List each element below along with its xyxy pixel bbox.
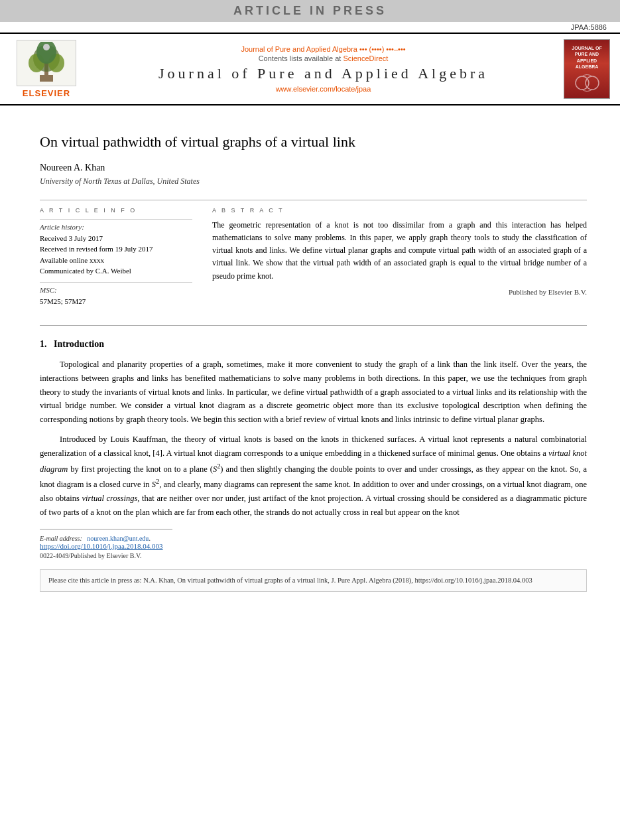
journal-id: JPAA:5886	[0, 22, 620, 33]
elsevier-wordmark: ELSEVIER	[23, 88, 70, 98]
msc-group: MSC: 57M25; 57M27	[40, 282, 192, 307]
article-info-abstract-section: A R T I C L E I N F O Article history: R…	[40, 200, 587, 313]
article-history-group: Article history: Received 3 July 2017 Re…	[40, 219, 192, 277]
contents-line: Contents lists available at ScienceDirec…	[90, 54, 557, 62]
abstract-column: A B S T R A C T The geometric representa…	[212, 207, 587, 313]
journal-title-display: Journal of Pure and Applied Algebra	[90, 65, 557, 82]
svg-point-8	[586, 76, 599, 90]
email-link[interactable]: noureen.khan@unt.edu	[87, 535, 149, 542]
intro-paragraph-1: Topological and planarity properties of …	[40, 358, 587, 426]
msc-codes: 57M25; 57M27	[40, 296, 192, 307]
journal-url[interactable]: www.elsevier.com/locate/jpaa	[90, 85, 557, 93]
article-in-press-banner: ARTICLE IN PRESS	[0, 0, 620, 22]
doi-link[interactable]: https://doi.org/10.1016/j.jpaa.2018.04.0…	[40, 542, 587, 550]
author-name: Noureen A. Khan	[40, 163, 587, 173]
journal-center: Journal of Pure and Applied Algebra ••• …	[90, 45, 557, 93]
available-online: Available online xxxx	[40, 255, 192, 266]
section-divider	[40, 325, 587, 326]
elsevier-tree-image	[17, 40, 76, 86]
introduction-section-title: 1. Introduction	[40, 339, 587, 350]
communicated-by: Communicated by C.A. Weibel	[40, 265, 192, 277]
msc-label: MSC:	[40, 286, 192, 294]
article-title: On virtual pathwidth of virtual graphs o…	[40, 132, 587, 153]
author-affiliation: University of North Texas at Dallas, Uni…	[40, 176, 587, 186]
received-date: Received 3 July 2017	[40, 233, 192, 244]
article-info-heading: A R T I C L E I N F O	[40, 207, 192, 214]
abstract-heading: A B S T R A C T	[212, 207, 587, 214]
intro-paragraph-2: Introduced by Louis Kauffman, the theory…	[40, 433, 587, 519]
abstract-text: The geometric representation of a knot i…	[212, 219, 587, 283]
main-content: On virtual pathwidth of virtual graphs o…	[0, 105, 620, 605]
footnote-divider	[40, 529, 172, 529]
svg-point-6	[43, 44, 50, 50]
journal-header: ELSEVIER Journal of Pure and Applied Alg…	[0, 33, 620, 105]
journal-cover-image: JOURNAL OF PURE AND APPLIED ALGEBRA	[564, 39, 610, 99]
history-label: Article history:	[40, 223, 192, 231]
elsevier-logo: ELSEVIER	[10, 40, 83, 98]
sciencedirect-link[interactable]: ScienceDirect	[343, 54, 388, 62]
journal-cover-text: JOURNAL OF PURE AND APPLIED ALGEBRA	[572, 45, 601, 69]
citation-box: Please cite this article in press as: N.…	[40, 569, 587, 592]
footnote-email: E-mail address: noureen.khan@unt.edu.	[40, 535, 587, 542]
journal-name-link[interactable]: Journal of Pure and Applied Algebra ••• …	[90, 45, 557, 53]
revised-date: Received in revised form 19 July 2017	[40, 244, 192, 255]
published-by: Published by Elsevier B.V.	[212, 288, 587, 296]
article-info-column: A R T I C L E I N F O Article history: R…	[40, 207, 192, 313]
issn-text: 0022-4049/Published by Elsevier B.V.	[40, 552, 587, 559]
